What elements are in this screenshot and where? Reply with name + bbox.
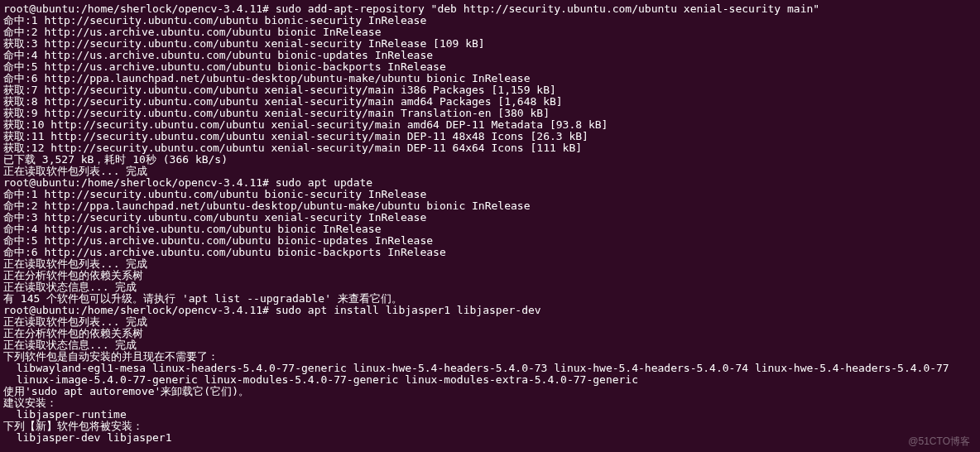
watermark-text: @51CTO博客: [908, 435, 970, 447]
terminal-line: root@ubuntu:/home/sherlock/opencv-3.4.11…: [3, 305, 977, 316]
terminal-line: libjasper-dev libjasper1: [3, 432, 977, 444]
terminal-line: root@ubuntu:/home/sherlock/opencv-3.4.11…: [3, 3, 977, 15]
terminal-line: 获取:12 http://security.ubuntu.com/ubuntu …: [3, 142, 977, 154]
terminal-line: 命中:1 http://security.ubuntu.com/ubuntu b…: [3, 189, 977, 200]
terminal-line: 命中:3 http://security.ubuntu.com/ubuntu x…: [3, 212, 977, 224]
terminal-line: 下列【新】软件包将被安装：: [3, 421, 977, 432]
terminal-line: 已下载 3,527 kB，耗时 10秒 (366 kB/s): [3, 154, 977, 166]
terminal-line: 获取:8 http://security.ubuntu.com/ubuntu x…: [3, 96, 977, 108]
terminal-line: 正在分析软件包的依赖关系树: [3, 270, 977, 281]
terminal-line: 命中:4 http://us.archive.ubuntu.com/ubuntu…: [3, 224, 977, 235]
terminal-line: 命中:4 http://us.archive.ubuntu.com/ubuntu…: [3, 50, 977, 61]
terminal-line: libjasper-runtime: [3, 409, 977, 421]
terminal-output[interactable]: root@ubuntu:/home/sherlock/opencv-3.4.11…: [0, 0, 980, 444]
terminal-line: 获取:11 http://security.ubuntu.com/ubuntu …: [3, 131, 977, 142]
terminal-line: linux-image-5.4.0-77-generic linux-modul…: [3, 374, 977, 386]
terminal-line: 建议安装：: [3, 397, 977, 409]
terminal-line: 获取:10 http://security.ubuntu.com/ubuntu …: [3, 119, 977, 131]
terminal-line: 正在读取软件包列表... 完成: [3, 166, 977, 177]
terminal-line: 命中:6 http://us.archive.ubuntu.com/ubuntu…: [3, 247, 977, 258]
terminal-line: 使用'sudo apt autoremove'来卸载它(它们)。: [3, 386, 977, 397]
terminal-line: 正在读取软件包列表... 完成: [3, 258, 977, 270]
terminal-line: 正在读取状态信息... 完成: [3, 339, 977, 351]
terminal-line: 下列软件包是自动安装的并且现在不需要了：: [3, 351, 977, 363]
terminal-line: 命中:5 http://us.archive.ubuntu.com/ubuntu…: [3, 235, 977, 247]
terminal-line: 获取:9 http://security.ubuntu.com/ubuntu x…: [3, 108, 977, 119]
terminal-line: 命中:5 http://us.archive.ubuntu.com/ubuntu…: [3, 61, 977, 73]
terminal-line: 获取:3 http://security.ubuntu.com/ubuntu x…: [3, 38, 977, 50]
terminal-line: 命中:1 http://security.ubuntu.com/ubuntu b…: [3, 15, 977, 26]
terminal-line: root@ubuntu:/home/sherlock/opencv-3.4.11…: [3, 177, 977, 189]
terminal-line: 正在读取状态信息... 完成: [3, 281, 977, 293]
terminal-line: 获取:7 http://security.ubuntu.com/ubuntu x…: [3, 84, 977, 96]
terminal-line: 命中:2 http://us.archive.ubuntu.com/ubuntu…: [3, 26, 977, 38]
terminal-line: 正在读取软件包列表... 完成: [3, 316, 977, 328]
terminal-line: 正在分析软件包的依赖关系树: [3, 328, 977, 339]
terminal-line: 有 145 个软件包可以升级。请执行 'apt list --upgradabl…: [3, 293, 977, 305]
terminal-line: 命中:6 http://ppa.launchpad.net/ubuntu-des…: [3, 73, 977, 84]
terminal-line: 命中:2 http://ppa.launchpad.net/ubuntu-des…: [3, 200, 977, 212]
terminal-line: libwayland-egl1-mesa linux-headers-5.4.0…: [3, 363, 977, 374]
